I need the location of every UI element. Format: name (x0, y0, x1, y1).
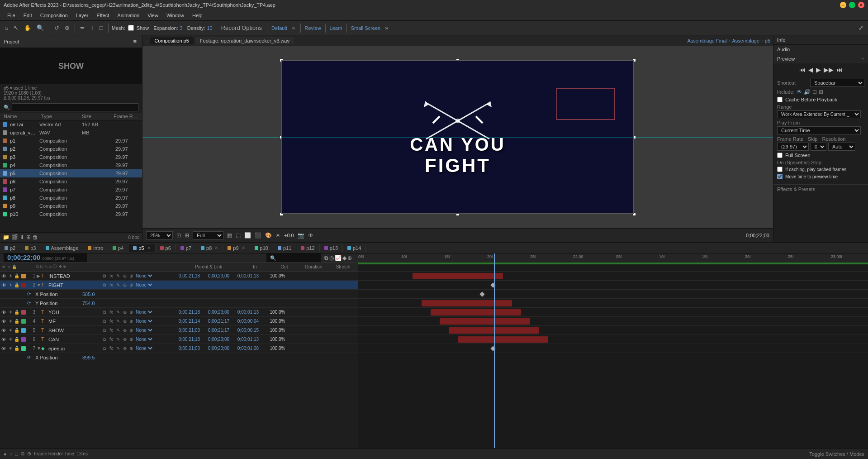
expand-button[interactable]: ⤢ (857, 24, 865, 32)
skip-dropdown[interactable]: 0 (811, 143, 826, 151)
solo-button[interactable]: ● (4, 451, 7, 457)
text-tool[interactable]: T (89, 24, 96, 32)
timeline-tab-p12[interactable]: p12 (296, 244, 319, 252)
info-section-title[interactable]: Info (773, 35, 868, 44)
timeline-search-input[interactable] (266, 253, 321, 262)
project-file-item[interactable]: p7 Composition 29.97 (0, 186, 142, 194)
project-file-item[interactable]: p8 Composition 29.97 (0, 194, 142, 202)
menu-effect[interactable]: Effect (93, 12, 113, 19)
solo-toggle[interactable]: ☀ (7, 328, 14, 333)
timeline-tab-p6[interactable]: p6 (156, 244, 176, 252)
menu-animation[interactable]: Animation (114, 12, 143, 19)
layer-expand[interactable]: ▶ (37, 273, 41, 278)
switch-pen[interactable]: ✎ (116, 346, 123, 351)
switch-pen[interactable]: ✎ (116, 282, 123, 288)
out-value[interactable]: 0;00;23;00 (204, 273, 233, 278)
roi-button[interactable]: ⬚ (236, 232, 241, 239)
switch-plus[interactable]: ⊕ (123, 310, 129, 315)
switch-pen[interactable]: ✎ (116, 337, 123, 342)
graph-editor-toggle[interactable]: 📈 (335, 255, 342, 261)
stretch-value[interactable]: 100.0% (263, 273, 292, 278)
layer-expand[interactable]: ▼ (37, 346, 41, 351)
menu-file[interactable]: File (4, 12, 19, 19)
switch-fx[interactable]: fx (109, 346, 116, 351)
timeline-tab-p3[interactable]: p3 (20, 244, 41, 252)
switch-plus[interactable]: ⊕ (123, 346, 129, 351)
project-search-input[interactable] (12, 103, 138, 111)
lock-toggle[interactable]: 🔒 (14, 346, 20, 351)
go-prev-button[interactable]: ◀ (808, 66, 813, 73)
layer-row[interactable]: 👁 ☀ 🔒 2 ▼ T FIGHT ⧉ fx ✎ ⊕ ⊕ None (0, 281, 358, 290)
lock-toggle[interactable]: 🔒 (14, 310, 20, 315)
close-button[interactable]: ✕ (858, 2, 864, 8)
project-file-item[interactable]: p4 Composition 29.97 (0, 161, 142, 169)
zoom-tool[interactable]: 🔍 (35, 24, 46, 32)
lock-toggle[interactable]: 🔒 (14, 282, 20, 287)
project-file-item[interactable]: p6 Composition 29.97 (0, 177, 142, 186)
switch-pen[interactable]: ✎ (116, 310, 123, 315)
selection-tool[interactable]: ↖ (12, 24, 20, 32)
color-button[interactable]: 🎨 (265, 232, 272, 239)
track-bar[interactable] (458, 336, 548, 343)
switch-plus[interactable]: ⊕ (123, 282, 129, 288)
project-file-item[interactable]: oeil.ai Vector Art 152 KB (0, 120, 142, 129)
keyframe-diamond[interactable] (491, 346, 496, 351)
sub-property-value[interactable]: 754.0 (82, 301, 95, 306)
stretch-value[interactable]: 100.0% (263, 346, 292, 351)
fit-button[interactable]: ⊡ (176, 232, 181, 239)
stretch-value[interactable]: 100.0% (263, 319, 292, 324)
tab-close-btn[interactable]: ✕ (147, 245, 151, 250)
layer-row[interactable]: 👁 ☀ 🔒 4 T ME ⧉ fx ✎ ⊕ ⊕ None 0;00;21;14 … (0, 317, 358, 326)
snapshot-button[interactable]: 📷 (298, 232, 304, 239)
vis-toggle[interactable]: 👁 (0, 273, 7, 279)
track-row[interactable] (358, 308, 868, 317)
learn-label[interactable]: Learn (330, 25, 342, 31)
switch-anchor[interactable]: ⧉ (103, 328, 109, 333)
pen-tool[interactable]: ✒ (78, 24, 87, 32)
project-file-item[interactable]: operati_v3.wav WAV MB (0, 129, 142, 137)
shortcut-dropdown[interactable]: Spacebar (810, 79, 864, 87)
solo-toggle[interactable]: ☀ (7, 346, 14, 351)
stretch-value[interactable]: 100.0% (263, 337, 292, 342)
search-replace-button[interactable]: ⊞ (26, 234, 31, 240)
lock-toggle[interactable]: 🔒 (14, 273, 20, 278)
out-value[interactable]: 0;00;23;00 (204, 310, 233, 315)
overflow-btn[interactable]: ⊡ (812, 89, 817, 95)
timeline-tab-p11[interactable]: p11 (273, 244, 296, 252)
grid-button[interactable]: ⊞ (185, 232, 189, 239)
full-screen-checkbox[interactable] (777, 153, 783, 158)
timeline-tab-p2[interactable]: p2 (0, 244, 20, 252)
minimize-button[interactable]: ─ (840, 2, 846, 8)
in-value[interactable]: 0;00;21;03 (175, 328, 204, 333)
comp-region-button[interactable]: ⬜ (244, 232, 251, 239)
parent-dropdown[interactable]: None (134, 309, 154, 315)
vis-toggle[interactable]: 👁 (0, 282, 7, 288)
timeline-tab-intro[interactable]: Intro (83, 244, 108, 252)
play-button[interactable]: ▶ (816, 66, 821, 73)
solo-toggle[interactable]: ☀ (7, 337, 14, 342)
switch-anchor[interactable]: ⧉ (103, 346, 109, 351)
resolution-dropdown[interactable]: Auto (828, 143, 855, 151)
solo-toggle[interactable]: ☀ (7, 273, 14, 278)
cache-before-playback-checkbox[interactable] (777, 97, 783, 102)
keyframe-diamond[interactable] (479, 292, 484, 296)
in-value[interactable]: 0;00;21;18 (175, 310, 204, 315)
menu-view[interactable]: View (144, 12, 162, 19)
comp-tab[interactable]: Composition p5 (150, 37, 193, 44)
timeline-tab-p14[interactable]: p14 (343, 244, 366, 252)
maximize-button[interactable]: □ (849, 2, 855, 8)
dur-value[interactable]: 0;00;00;04 (233, 319, 263, 324)
in-value[interactable]: 0;00;21;03 (175, 346, 204, 351)
switch-fx[interactable]: fx (109, 273, 116, 279)
switch-pen[interactable]: ✎ (116, 319, 123, 324)
video-include-btn[interactable]: 👁 (797, 89, 802, 95)
play-from-dropdown[interactable]: Current Time (777, 126, 861, 134)
in-value[interactable]: 0;00;21;18 (175, 273, 204, 278)
small-screen-label[interactable]: Small Screen (351, 25, 380, 31)
out-value[interactable]: 0;00;23;00 (204, 337, 233, 342)
parent-dropdown[interactable]: None (134, 318, 154, 324)
switch-fx[interactable]: fx (109, 310, 116, 315)
sub-property-value[interactable]: 585.0 (82, 292, 95, 297)
switch-pen[interactable]: ✎ (116, 328, 123, 333)
workspace-menu[interactable]: ≡ (290, 24, 297, 32)
